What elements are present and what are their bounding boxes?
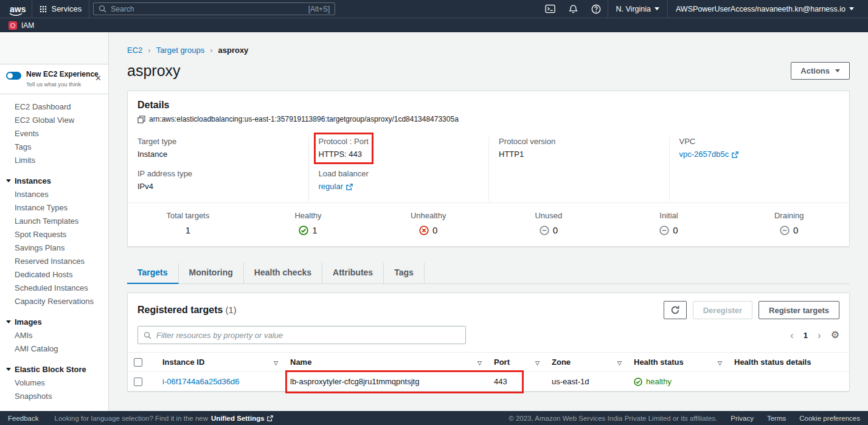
- cookie-preferences-link[interactable]: Cookie preferences: [799, 415, 860, 422]
- next-page-button[interactable]: ›: [818, 330, 821, 340]
- breadcrumb-current: asproxy: [218, 46, 248, 55]
- sidebar-section-images[interactable]: Images: [0, 316, 108, 329]
- sidebar-item-ec2-global-view[interactable]: EC2 Global View: [0, 114, 108, 127]
- cloudshell-button[interactable]: [538, 0, 562, 18]
- column-instance-id[interactable]: Instance ID: [156, 353, 284, 372]
- sidebar-item-limits[interactable]: Limits: [0, 154, 108, 167]
- iam-service-icon: [9, 21, 17, 30]
- sidebar-item-dedicated-hosts[interactable]: Dedicated Hosts: [0, 268, 108, 282]
- section-collapse-icon: [6, 320, 11, 323]
- privacy-link[interactable]: Privacy: [731, 415, 754, 422]
- sidebar-item-spot-requests[interactable]: Spot Requests: [0, 228, 108, 241]
- sidebar-item-ami-catalog[interactable]: AMI Catalog: [0, 342, 108, 356]
- field-protocol-port: Protocol : Port HTTPS: 443: [319, 137, 369, 159]
- page-number[interactable]: 1: [804, 331, 808, 340]
- sidebar-item-tags[interactable]: Tags: [0, 140, 108, 154]
- tab-targets[interactable]: Targets: [127, 263, 179, 284]
- chevron-down-icon: [654, 7, 659, 10]
- row-checkbox[interactable]: [134, 378, 142, 386]
- field-value: IPv4: [137, 182, 299, 192]
- sidebar-item-volumes[interactable]: Volumes: [0, 376, 108, 390]
- column-health-status[interactable]: Health status: [628, 353, 728, 372]
- stat-healthy: Healthy 1: [248, 211, 369, 235]
- global-search-input[interactable]: [111, 5, 304, 13]
- actions-button[interactable]: Actions: [791, 62, 850, 80]
- sidebar-item-instances[interactable]: Instances: [0, 188, 108, 201]
- help-button[interactable]: [585, 0, 608, 18]
- sidebar-item-snapshots[interactable]: Snapshots: [0, 390, 108, 403]
- table-row: i-06f1744a6a25d36d6 lb-asproxytyler-cfcg…: [128, 372, 849, 392]
- tab-tags[interactable]: Tags: [384, 263, 425, 284]
- deregister-button[interactable]: Deregister: [693, 301, 752, 319]
- copy-icon[interactable]: [137, 116, 145, 123]
- field-vpc: VPC vpc-2657db5c: [679, 137, 840, 159]
- sidebar-nav: EC2 Dashboard EC2 Global View Events Tag…: [0, 94, 108, 409]
- tab-monitoring[interactable]: Monitoring: [179, 263, 244, 284]
- region-selector[interactable]: N. Virginia: [608, 0, 667, 18]
- sidebar-item-events[interactable]: Events: [0, 127, 108, 140]
- tab-health-checks[interactable]: Health checks: [244, 263, 322, 284]
- sidebar-item-scheduled-instances[interactable]: Scheduled Instances: [0, 282, 108, 295]
- refresh-button[interactable]: [664, 301, 687, 319]
- new-experience-panel: New EC2 Experience Tell us what you thin…: [0, 64, 108, 94]
- terms-link[interactable]: Terms: [767, 415, 786, 422]
- new-experience-toggle[interactable]: [6, 72, 21, 80]
- sidebar-section-elastic-block-store[interactable]: Elastic Block Store: [0, 363, 108, 376]
- breadcrumb-target-groups[interactable]: Target groups: [156, 46, 205, 55]
- stat-draining: Draining 0: [729, 211, 849, 235]
- notifications-button[interactable]: [562, 0, 585, 18]
- experience-subtitle[interactable]: Tell us what you think: [26, 81, 99, 88]
- field-label: Protocol : Port: [319, 137, 369, 147]
- close-icon[interactable]: ✕: [95, 74, 102, 82]
- sidebar-item-savings-plans[interactable]: Savings Plans: [0, 241, 108, 255]
- column-zone[interactable]: Zone: [546, 353, 628, 372]
- targets-filter-input[interactable]: [156, 331, 460, 340]
- stat-label: Total targets: [128, 211, 248, 220]
- sidebar-item-instance-types[interactable]: Instance Types: [0, 201, 108, 215]
- iam-shortcut[interactable]: IAM: [21, 21, 34, 30]
- global-search[interactable]: [Alt+S]: [93, 2, 335, 15]
- tab-attributes[interactable]: Attributes: [322, 263, 384, 284]
- sidebar-item-capacity-reservations[interactable]: Capacity Reservations: [0, 295, 108, 308]
- column-health-status-details: Health status details: [728, 353, 849, 372]
- sidebar-item-reserved-instances[interactable]: Reserved Instances: [0, 255, 108, 268]
- sidebar: New EC2 Experience Tell us what you thin…: [0, 32, 109, 411]
- instance-id-link[interactable]: i-06f1744a6a25d36d6: [162, 377, 240, 386]
- load-balancer-link[interactable]: regular: [319, 182, 353, 192]
- column-sort-icon[interactable]: [477, 358, 482, 367]
- sidebar-item-amis[interactable]: AMIs: [0, 329, 108, 342]
- pagination: ‹ 1 › ⚙: [790, 330, 839, 340]
- stat-value: 1: [186, 225, 190, 235]
- column-name[interactable]: Name: [284, 353, 488, 372]
- account-menu[interactable]: AWSPowerUserAccess/navaneeth.kn@harness.…: [668, 0, 862, 18]
- sidebar-item-launch-templates[interactable]: Launch Templates: [0, 215, 108, 228]
- healthy-status-icon: [299, 226, 308, 235]
- sidebar-section-instances[interactable]: Instances: [0, 174, 108, 188]
- vpc-link[interactable]: vpc-2657db5c: [679, 150, 739, 159]
- column-sort-icon[interactable]: [535, 358, 540, 367]
- table-settings-icon[interactable]: ⚙: [831, 330, 839, 340]
- stat-label: Draining: [729, 211, 849, 220]
- health-status-cell: healthy: [628, 372, 728, 392]
- zone-cell: us-east-1d: [546, 372, 628, 392]
- refresh-icon: [670, 305, 680, 315]
- register-targets-button[interactable]: Register targets: [759, 301, 839, 319]
- previous-page-button[interactable]: ‹: [790, 330, 794, 340]
- search-icon: [144, 331, 151, 339]
- breadcrumb-separator: ›: [210, 46, 212, 55]
- toggle-knob: [7, 73, 13, 78]
- column-sort-icon[interactable]: [718, 358, 722, 367]
- sidebar-item-ec2-dashboard[interactable]: EC2 Dashboard: [0, 100, 108, 114]
- feedback-link[interactable]: Feedback: [8, 415, 39, 422]
- targets-filter[interactable]: [137, 326, 466, 344]
- column-sort-icon[interactable]: [617, 358, 622, 367]
- main-content: EC2 › Target groups › asproxy asproxy Ac…: [109, 32, 868, 411]
- services-menu[interactable]: Services: [32, 0, 89, 18]
- column-sort-icon[interactable]: [274, 358, 278, 367]
- column-port[interactable]: Port: [488, 353, 546, 372]
- select-all-checkbox[interactable]: [134, 358, 142, 367]
- field-label: IP address type: [137, 169, 299, 179]
- unified-settings-link[interactable]: Unified Settings: [211, 415, 273, 422]
- aws-logo[interactable]: aws: [4, 5, 32, 13]
- breadcrumb-ec2[interactable]: EC2: [127, 46, 142, 55]
